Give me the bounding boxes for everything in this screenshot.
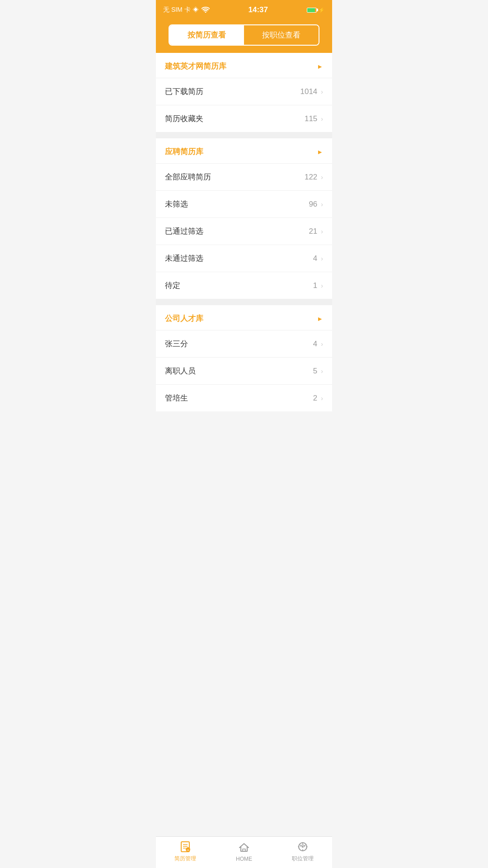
item-label-all-applied: 全部应聘简历	[165, 172, 211, 182]
list-item-unscreened[interactable]: 未筛选 96 ›	[156, 190, 332, 217]
chevron-right-icon: ›	[321, 340, 323, 348]
item-label-passed: 已通过筛选	[165, 226, 203, 236]
chevron-right-icon: ›	[321, 201, 323, 208]
svg-text:≡: ≡	[187, 849, 189, 852]
section-jianzhuyingcai: 建筑英才网简历库 ► 已下载简历 1014 › 简历收藏夹 115 ›	[156, 53, 332, 132]
chevron-right-icon: ›	[321, 368, 323, 375]
wifi-icon	[202, 6, 210, 14]
item-label-downloaded: 已下载简历	[165, 86, 203, 97]
bottom-tab-jobs[interactable]: 职位管理	[273, 840, 332, 863]
list-item-failed[interactable]: 未通过筛选 4 ›	[156, 245, 332, 272]
list-item-passed[interactable]: 已通过筛选 21 ›	[156, 217, 332, 245]
section-title-jianzhuyingcai: 建筑英才网简历库	[165, 61, 226, 71]
bottom-tab-bar: ≡ 简历管理 HOME 职位管理	[156, 836, 332, 868]
item-count-passed: 21	[309, 227, 317, 236]
section-header-yingpinjianliku[interactable]: 应聘简历库 ►	[156, 138, 332, 163]
no-sim-label: 无 SIM 卡 ◈	[163, 6, 199, 14]
item-label-resigned: 离职人员	[165, 366, 196, 376]
list-item-trainee[interactable]: 管培生 2 ›	[156, 384, 332, 411]
chevron-right-icon: ›	[321, 255, 323, 262]
clock: 14:37	[249, 5, 268, 14]
list-item-resigned[interactable]: 离职人员 5 ›	[156, 357, 332, 384]
list-item-pending[interactable]: 待定 1 ›	[156, 272, 332, 299]
item-count-trainee: 2	[313, 394, 317, 403]
chevron-right-icon: ›	[321, 228, 323, 235]
item-count-unscreened: 96	[309, 200, 317, 209]
item-label-favorites: 简历收藏夹	[165, 113, 203, 124]
list-item-favorites[interactable]: 简历收藏夹 115 ›	[156, 105, 332, 132]
chevron-right-icon: ›	[321, 174, 323, 181]
chevron-right-icon: ›	[321, 395, 323, 402]
chevron-right-icon: ►	[317, 63, 323, 70]
chevron-right-icon: ›	[321, 88, 323, 95]
view-toggle: 按简历查看 按职位查看	[169, 24, 319, 46]
chevron-right-icon: ›	[321, 282, 323, 289]
top-tab-bar: 按简历查看 按职位查看	[156, 20, 332, 53]
svg-point-8	[302, 846, 304, 848]
item-count-all-applied: 122	[305, 173, 317, 182]
resume-icon: ≡	[179, 840, 192, 853]
svg-rect-6	[243, 849, 245, 851]
item-count-downloaded: 1014	[300, 87, 318, 96]
list-item-all-applied[interactable]: 全部应聘简历 122 ›	[156, 163, 332, 190]
battery-icon	[307, 8, 317, 13]
charging-icon: ⚡	[319, 7, 325, 13]
content-area: 建筑英才网简历库 ► 已下载简历 1014 › 简历收藏夹 115 › 应聘简历…	[156, 53, 332, 443]
home-icon	[238, 841, 250, 854]
status-left: 无 SIM 卡 ◈	[163, 6, 210, 14]
item-count-pending: 1	[313, 281, 317, 290]
section-gongsirencaiku: 公司人才库 ► 张三分 4 › 离职人员 5 › 管培生 2 ›	[156, 305, 332, 411]
item-label-failed: 未通过筛选	[165, 253, 203, 264]
item-count-zhangsanfen: 4	[313, 340, 317, 349]
bottom-tab-resume-label: 简历管理	[174, 855, 196, 863]
item-label-pending: 待定	[165, 280, 180, 291]
section-divider-1	[156, 132, 332, 138]
tab-by-position[interactable]: 按职位查看	[244, 25, 319, 45]
chevron-right-icon: ►	[317, 148, 323, 156]
section-yingpinjianliku: 应聘简历库 ► 全部应聘简历 122 › 未筛选 96 › 已通过筛选 21 ›	[156, 138, 332, 299]
list-item-downloaded[interactable]: 已下载简历 1014 ›	[156, 78, 332, 105]
section-title-yingpinjianliku: 应聘简历库	[165, 146, 203, 157]
chevron-right-icon: ›	[321, 115, 323, 123]
section-header-gongsirencaiku[interactable]: 公司人才库 ►	[156, 305, 332, 330]
tab-by-resume[interactable]: 按简历查看	[169, 25, 244, 45]
list-item-zhangsanfen[interactable]: 张三分 4 ›	[156, 330, 332, 357]
bottom-tab-home-label: HOME	[236, 856, 252, 862]
bottom-tab-jobs-label: 职位管理	[292, 855, 314, 863]
section-title-gongsirencaiku: 公司人才库	[165, 313, 203, 324]
item-count-resigned: 5	[313, 367, 317, 376]
item-count-favorites: 115	[305, 114, 317, 123]
chevron-right-icon: ►	[317, 315, 323, 322]
section-divider-2	[156, 299, 332, 305]
item-count-failed: 4	[313, 254, 317, 263]
jobs-icon	[296, 840, 309, 853]
bottom-tab-resume[interactable]: ≡ 简历管理	[156, 840, 215, 863]
item-label-zhangsanfen: 张三分	[165, 339, 188, 349]
section-header-jianzhuyingcai[interactable]: 建筑英才网简历库 ►	[156, 53, 332, 78]
item-label-trainee: 管培生	[165, 393, 188, 403]
status-right: ⚡	[307, 7, 325, 13]
status-bar: 无 SIM 卡 ◈ 14:37 ⚡	[156, 0, 332, 20]
item-label-unscreened: 未筛选	[165, 199, 188, 209]
bottom-tab-home[interactable]: HOME	[215, 841, 273, 862]
